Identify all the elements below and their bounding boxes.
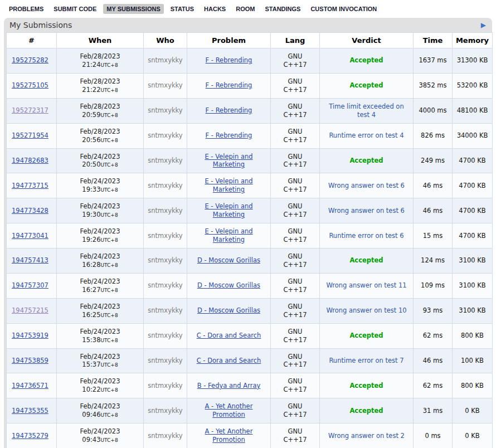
time-cell: 46 ms bbox=[414, 198, 453, 223]
timezone-label: UTC+8 bbox=[101, 262, 118, 268]
time-value: 16:27 bbox=[82, 286, 100, 294]
user-link[interactable]: sntmxykky bbox=[148, 407, 182, 415]
verdict-cell: Accepted bbox=[320, 73, 414, 98]
user-link[interactable]: sntmxykky bbox=[148, 182, 182, 189]
who-cell: sntmxykky bbox=[144, 398, 187, 423]
nav-item-problems[interactable]: PROBLEMS bbox=[6, 4, 47, 14]
submission-row: 194782683 Feb/24/2023 20:50UTC+8 sntmxyk… bbox=[7, 148, 493, 173]
verdict-text: Accepted bbox=[349, 382, 383, 389]
memory-cell: 100 KB bbox=[453, 348, 493, 373]
submission-id-link[interactable]: 194736571 bbox=[12, 382, 48, 389]
memory-cell: 4700 KB bbox=[453, 198, 493, 223]
submission-row: 195272317 Feb/28/2023 20:59UTC+8 sntmxyk… bbox=[7, 98, 493, 123]
problem-link[interactable]: C - Dora and Search bbox=[197, 332, 261, 339]
user-link[interactable]: sntmxykky bbox=[148, 281, 182, 289]
problem-link[interactable]: F - Rebrending bbox=[206, 132, 252, 139]
submission-time: 16:25UTC+8 bbox=[59, 311, 141, 319]
user-link[interactable]: sntmxykky bbox=[148, 332, 182, 339]
nav-item-hacks[interactable]: HACKS bbox=[201, 4, 229, 14]
submission-time: 20:56UTC+8 bbox=[59, 136, 141, 144]
submission-id-link[interactable]: 194782683 bbox=[12, 157, 48, 164]
submission-id-link[interactable]: 195275105 bbox=[12, 81, 48, 89]
time-cell: 62 ms bbox=[414, 323, 453, 348]
problem-link[interactable]: F - Rebrending bbox=[206, 81, 252, 89]
lang-cell: GNU C++17 bbox=[271, 173, 320, 198]
lang-label: GNU C++17 bbox=[283, 303, 308, 319]
when-cell: Feb/28/2023 20:56UTC+8 bbox=[57, 123, 144, 148]
submission-id-link[interactable]: 195272317 bbox=[12, 106, 48, 114]
time-cell: 62 ms bbox=[414, 373, 453, 398]
submission-id-link[interactable]: 194773428 bbox=[12, 207, 48, 215]
user-link[interactable]: sntmxykky bbox=[148, 382, 182, 389]
problem-link[interactable]: D - Moscow Gorillas bbox=[197, 306, 260, 314]
problem-link[interactable]: A - Yet Another Promotion bbox=[205, 402, 253, 418]
submission-date: Feb/24/2023 bbox=[59, 227, 141, 236]
submission-id-cell: 194757307 bbox=[7, 273, 57, 298]
lang-label: GNU C++17 bbox=[283, 328, 308, 344]
nav-item-submit-code[interactable]: SUBMIT CODE bbox=[50, 4, 100, 14]
submission-id-link[interactable]: 194773041 bbox=[12, 232, 48, 240]
problem-link[interactable]: E - Velepin and Marketing bbox=[205, 153, 252, 169]
user-link[interactable]: sntmxykky bbox=[148, 81, 182, 89]
user-link[interactable]: sntmxykky bbox=[148, 157, 182, 164]
problem-link[interactable]: E - Velepin and Marketing bbox=[205, 227, 252, 244]
submission-id-link[interactable]: 195271954 bbox=[12, 132, 48, 139]
problem-link[interactable]: E - Velepin and Marketing bbox=[205, 202, 252, 218]
time-cell: 3852 ms bbox=[414, 73, 453, 98]
submission-id-link[interactable]: 194753859 bbox=[12, 357, 48, 364]
lang-cell: GNU C++17 bbox=[271, 123, 320, 148]
submission-id-link[interactable]: 194735279 bbox=[12, 432, 48, 440]
verdict-cell: Wrong answer on test 2 bbox=[320, 423, 414, 448]
memory-cell: 0 KB bbox=[453, 423, 493, 448]
nav-item-my-submissions[interactable]: MY SUBMISSIONS bbox=[103, 4, 163, 14]
submission-row: 194757413 Feb/24/2023 16:28UTC+8 sntmxyk… bbox=[7, 249, 493, 274]
submission-id-link[interactable]: 194773715 bbox=[12, 182, 48, 189]
submission-id-link[interactable]: 195275282 bbox=[12, 56, 48, 64]
when-cell: Feb/24/2023 09:46UTC+8 bbox=[57, 398, 144, 423]
column-header-when: When bbox=[57, 33, 144, 48]
who-cell: sntmxykky bbox=[144, 98, 187, 123]
user-link[interactable]: sntmxykky bbox=[148, 232, 182, 240]
nav-item-standings[interactable]: STANDINGS bbox=[261, 4, 304, 14]
user-link[interactable]: sntmxykky bbox=[148, 106, 182, 114]
timezone-label: UTC+8 bbox=[101, 362, 118, 368]
user-link[interactable]: sntmxykky bbox=[148, 432, 182, 440]
lang-cell: GNU C++17 bbox=[271, 48, 320, 74]
submission-id-link[interactable]: 194757307 bbox=[12, 281, 48, 289]
problem-link[interactable]: B - Fedya and Array bbox=[197, 382, 260, 389]
submission-id-cell: 194757413 bbox=[7, 249, 57, 274]
user-link[interactable]: sntmxykky bbox=[148, 357, 182, 364]
problem-link[interactable]: D - Moscow Gorillas bbox=[197, 281, 260, 289]
nav-item-custom-invocation[interactable]: CUSTOM INVOCATION bbox=[307, 4, 380, 14]
submission-id-link[interactable]: 194757413 bbox=[12, 256, 48, 264]
submission-id-link[interactable]: 194757215 bbox=[12, 306, 48, 314]
nav-item-room[interactable]: ROOM bbox=[232, 4, 258, 14]
problem-link[interactable]: F - Rebrending bbox=[206, 56, 252, 64]
who-cell: sntmxykky bbox=[144, 173, 187, 198]
nav-item-status[interactable]: STATUS bbox=[167, 4, 197, 14]
problem-link[interactable]: E - Velepin and Marketing bbox=[205, 177, 252, 193]
time-value: 15:38 bbox=[82, 336, 100, 344]
submission-row: 194773041 Feb/24/2023 19:26UTC+8 sntmxyk… bbox=[7, 223, 493, 249]
problem-link[interactable]: F - Rebrending bbox=[206, 106, 252, 114]
user-link[interactable]: sntmxykky bbox=[148, 132, 182, 139]
problem-link[interactable]: D - Moscow Gorillas bbox=[197, 256, 260, 264]
timezone-label: UTC+8 bbox=[101, 187, 118, 193]
submission-row: 194757215 Feb/24/2023 16:25UTC+8 sntmxyk… bbox=[7, 298, 493, 323]
submission-id-link[interactable]: 194753919 bbox=[12, 332, 48, 339]
user-link[interactable]: sntmxykky bbox=[148, 306, 182, 314]
problem-link[interactable]: C - Dora and Search bbox=[197, 357, 261, 364]
submission-date: Feb/24/2023 bbox=[59, 303, 141, 311]
verdict-text: Accepted bbox=[349, 56, 383, 64]
collapse-arrow-icon[interactable]: ▶ bbox=[480, 21, 487, 30]
submission-date: Feb/24/2023 bbox=[59, 377, 141, 386]
user-link[interactable]: sntmxykky bbox=[148, 207, 182, 215]
problem-cell: D - Moscow Gorillas bbox=[187, 273, 271, 298]
user-link[interactable]: sntmxykky bbox=[148, 256, 182, 264]
when-cell: Feb/24/2023 16:27UTC+8 bbox=[57, 273, 144, 298]
timezone-label: UTC+8 bbox=[101, 387, 118, 393]
user-link[interactable]: sntmxykky bbox=[148, 56, 182, 64]
problem-cell: F - Rebrending bbox=[187, 123, 271, 148]
submission-id-link[interactable]: 194735355 bbox=[12, 407, 48, 415]
problem-link[interactable]: A - Yet Another Promotion bbox=[205, 427, 253, 444]
